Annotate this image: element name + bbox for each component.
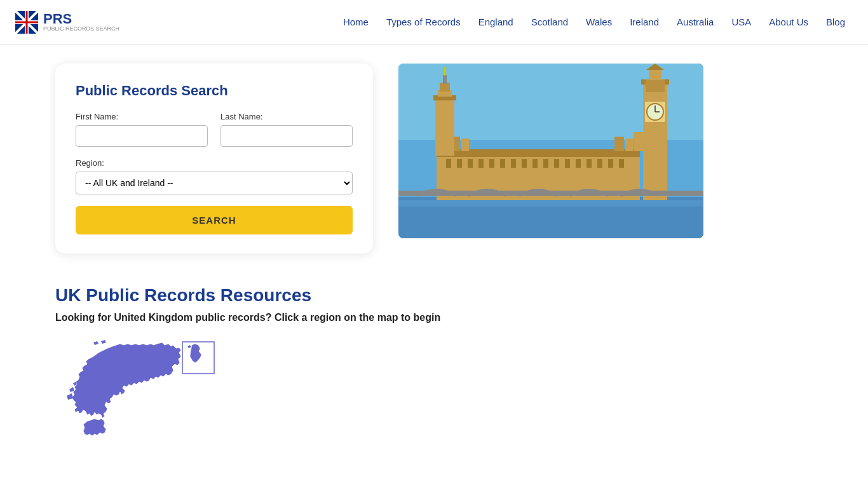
navbar: PRS PUBLIC RECORDS SEARCH HomeTypes of R…: [0, 0, 868, 44]
first-name-input[interactable]: [76, 125, 208, 147]
site-logo[interactable]: PRS PUBLIC RECORDS SEARCH: [15, 11, 119, 34]
svg-rect-14: [457, 159, 462, 168]
last-name-input[interactable]: [220, 125, 353, 147]
svg-rect-23: [554, 159, 559, 168]
svg-rect-17: [489, 159, 494, 168]
nav-link-home[interactable]: Home: [336, 11, 376, 32]
region-group: Region: -- All UK and Ireland --EnglandS…: [76, 158, 353, 194]
search-title: Public Records Search: [76, 83, 353, 99]
region-select[interactable]: -- All UK and Ireland --EnglandScotlandW…: [76, 172, 353, 194]
hero-image-wrap: [398, 64, 813, 238]
svg-rect-10: [398, 200, 703, 207]
last-name-group: Last Name:: [220, 112, 353, 147]
logo-subtext: PUBLIC RECORDS SEARCH: [43, 26, 119, 32]
nav-link-about-us[interactable]: About Us: [761, 11, 816, 32]
last-name-label: Last Name:: [220, 112, 353, 121]
logo-text: PRS: [43, 12, 119, 26]
svg-rect-18: [500, 159, 505, 168]
svg-rect-36: [435, 98, 454, 156]
svg-rect-15: [468, 159, 473, 168]
map-container: [55, 339, 813, 472]
svg-rect-32: [461, 139, 469, 151]
search-button[interactable]: SEARCH: [76, 206, 353, 234]
hero-section: Public Records Search First Name: Last N…: [55, 64, 813, 254]
region-label: Region:: [76, 158, 353, 168]
logo-icon: [15, 11, 38, 34]
nav-link-blog[interactable]: Blog: [818, 11, 853, 32]
svg-rect-26: [587, 159, 592, 168]
svg-rect-25: [576, 159, 581, 168]
svg-rect-27: [597, 159, 602, 168]
nav-link-wales[interactable]: Wales: [578, 11, 620, 32]
nav-link-ireland[interactable]: Ireland: [622, 11, 667, 32]
svg-rect-19: [511, 159, 516, 168]
svg-rect-48: [646, 79, 665, 92]
svg-rect-13: [446, 159, 451, 168]
resources-title: UK Public Records Resources: [55, 285, 813, 306]
hero-illustration: [398, 64, 703, 238]
first-name-group: First Name:: [76, 112, 208, 147]
nav-links: HomeTypes of RecordsEnglandScotlandWales…: [336, 17, 853, 28]
svg-rect-21: [532, 159, 538, 168]
nav-link-australia[interactable]: Australia: [669, 11, 721, 32]
nav-link-england[interactable]: England: [471, 11, 521, 32]
svg-rect-34: [625, 139, 633, 151]
svg-rect-29: [619, 159, 624, 168]
hero-image: [398, 64, 703, 238]
svg-rect-20: [522, 159, 527, 168]
svg-rect-41: [444, 67, 445, 76]
search-card: Public Records Search First Name: Last N…: [55, 64, 373, 254]
svg-rect-42: [643, 83, 667, 200]
svg-rect-28: [608, 159, 613, 168]
svg-rect-22: [543, 159, 548, 168]
svg-rect-49: [649, 70, 661, 80]
svg-rect-39: [440, 83, 450, 92]
svg-rect-24: [565, 159, 570, 168]
nav-link-usa[interactable]: USA: [724, 11, 759, 32]
svg-rect-16: [478, 159, 484, 168]
uk-map[interactable]: [55, 339, 297, 472]
resources-section: UK Public Records Resources Looking for …: [55, 285, 813, 472]
resources-subtitle: Looking for United Kingdom public record…: [55, 312, 813, 323]
name-fields-row: First Name: Last Name:: [76, 112, 353, 147]
svg-rect-40: [443, 75, 447, 84]
nav-link-scotland[interactable]: Scotland: [524, 11, 576, 32]
first-name-label: First Name:: [76, 112, 208, 121]
main-content: Public Records Search First Name: Last N…: [40, 44, 828, 488]
svg-rect-33: [614, 137, 624, 151]
nav-link-types-of-records[interactable]: Types of Records: [379, 11, 468, 32]
